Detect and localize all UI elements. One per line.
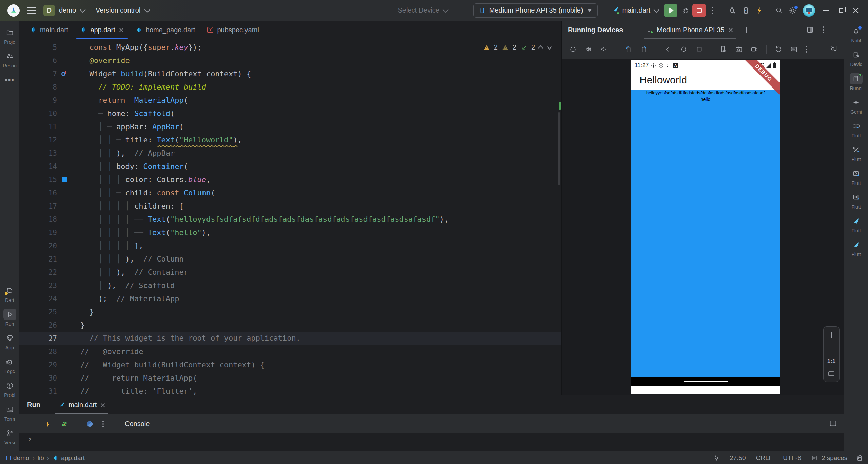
code-line-31[interactable]: 31// title: 'Flutter', — [19, 385, 561, 395]
console-label[interactable]: Console — [125, 420, 150, 428]
code-line-25[interactable]: 25 } — [19, 305, 561, 318]
sidebar-item-resource-manager[interactable]: Resou — [0, 51, 19, 69]
code-line-28[interactable]: 28// @override — [19, 345, 561, 358]
run-options-icon[interactable] — [102, 423, 104, 425]
next-issue-icon[interactable] — [547, 44, 552, 49]
rotate-left-icon[interactable] — [625, 45, 632, 53]
code-line-6[interactable]: 6 @override — [19, 54, 561, 67]
home-icon[interactable] — [680, 45, 687, 53]
code-line-7[interactable]: 7↑ Widget build(BuildContext context) { — [19, 67, 561, 80]
code-line-26[interactable]: 26} — [19, 318, 561, 332]
sidebar-item-problems[interactable]: Probl — [0, 380, 19, 398]
code-line-5[interactable]: 5 const MyApp({super.key}); — [19, 41, 561, 54]
close-tab-icon[interactable] — [100, 403, 105, 407]
search-everywhere-button[interactable] — [772, 4, 786, 17]
emulator-more-icon[interactable] — [806, 49, 807, 50]
dart-logo-icon[interactable] — [86, 420, 94, 428]
color-swatch-gutter-icon[interactable] — [57, 177, 72, 182]
sidebar-item-project[interactable]: Proje — [0, 27, 19, 45]
code-line-18[interactable]: 18 │ │ │ │ ── Text("helloyydsfsdfafsdfdf… — [19, 213, 561, 226]
code-line-15[interactable]: 15 │ │ │ color: Colors.blue, — [19, 173, 561, 186]
code-line-21[interactable]: 21 │ │ │ ), // Column — [19, 252, 561, 266]
hot-restart-button[interactable] — [739, 4, 753, 17]
sidebar-item-running-devices[interactable]: Runni — [844, 73, 868, 91]
code-line-27[interactable]: 27 // This widget is the root of your ap… — [19, 332, 561, 345]
zoom-out-button[interactable] — [828, 345, 834, 351]
volume-down-icon[interactable] — [600, 45, 608, 53]
tab-app-dart[interactable]: app.dart — [74, 21, 130, 39]
layout-settings-icon[interactable] — [829, 420, 837, 427]
run-configuration-selector[interactable]: main.dart — [613, 6, 658, 14]
device-settings-icon[interactable] — [719, 45, 727, 53]
sidebar-item-logcat[interactable]: Logc — [0, 356, 19, 374]
stop-button[interactable] — [692, 4, 706, 17]
sidebar-item-notifications[interactable]: Notif — [844, 25, 868, 43]
keyboard-input-icon[interactable] — [790, 45, 798, 53]
file-encoding[interactable]: UTF-8 — [783, 454, 801, 462]
sidebar-item-flutter-tools[interactable]: Flutt — [844, 144, 868, 162]
sidebar-item-gemini[interactable]: Gemi — [844, 97, 868, 115]
sidebar-item-flutter-outline[interactable]: Flutt — [844, 168, 868, 186]
code-line-10[interactable]: 10 ─ home: Scaffold( — [19, 107, 561, 120]
code-line-11[interactable]: 11 │ ─ appBar: AppBar( — [19, 120, 561, 133]
override-gutter-icon[interactable]: ↑ — [57, 72, 72, 76]
tab-main-dart[interactable]: main.dart — [24, 21, 74, 39]
close-button[interactable] — [848, 3, 863, 18]
breadcrumb-project[interactable]: demo — [13, 454, 29, 462]
sidebar-item-more[interactable]: ••• — [0, 74, 19, 86]
code-line-8[interactable]: 8 // TODO: implement build — [19, 80, 561, 94]
close-tab-icon[interactable] — [728, 27, 733, 32]
code-line-30[interactable]: 30// return MaterialApp( — [19, 371, 561, 385]
code-line-23[interactable]: 23 │ ), // Scaffold — [19, 279, 561, 292]
hot-reload-button[interactable] — [753, 4, 766, 17]
tab-pubspec-yaml[interactable]: Y pubspec.yaml — [201, 21, 265, 39]
main-menu-icon[interactable] — [27, 7, 36, 14]
indent-setting[interactable]: 2 spaces — [822, 454, 847, 462]
overview-icon[interactable] — [695, 45, 703, 53]
code-line-29[interactable]: 29// Widget build(BuildContext context) … — [19, 358, 561, 371]
inspections-widget[interactable]: 2 2 2 — [481, 43, 553, 52]
code-line-12[interactable]: 12 │ │ ─ title: Text("Helloworld"), — [19, 133, 561, 147]
tab-home-page-dart[interactable]: home_page.dart — [130, 21, 201, 39]
rotate-right-icon[interactable] — [640, 45, 648, 53]
device-tab[interactable]: Medium Phone API 35 — [644, 21, 736, 39]
prev-issue-icon[interactable] — [538, 45, 543, 50]
code-line-22[interactable]: 22 │ │ ), // Container — [19, 266, 561, 279]
code-line-16[interactable]: 16 │ │ ─ child: const Column( — [19, 186, 561, 199]
project-selector[interactable]: D demo — [43, 5, 84, 16]
sidebar-item-dart-analysis[interactable]: Dart — [0, 285, 19, 303]
zoom-level[interactable]: 1:1 — [827, 358, 836, 365]
debug-button[interactable] — [679, 4, 692, 17]
unlocked-icon[interactable] — [857, 457, 862, 461]
code-line-24[interactable]: 24 ); // MaterialApp — [19, 292, 561, 305]
code-line-20[interactable]: 20 │ │ │ │ ], — [19, 239, 561, 252]
run-tab-main-dart[interactable]: main.dart — [55, 395, 108, 414]
volume-up-icon[interactable] — [585, 45, 592, 53]
console-output[interactable]: › — [19, 433, 844, 451]
breadcrumb-file[interactable]: app.dart — [61, 454, 85, 462]
minimize-button[interactable] — [818, 3, 833, 18]
code-editor[interactable]: 5 const MyApp({super.key});6 @override7↑… — [19, 39, 561, 395]
device-selector[interactable]: Medium Phone API 35 (mobile) — [473, 3, 598, 18]
hide-panel-icon[interactable] — [833, 30, 838, 30]
close-tab-icon[interactable] — [119, 27, 124, 32]
cursor-position[interactable]: 27:50 — [730, 454, 746, 462]
sidebar-item-device-manager[interactable]: Devic — [844, 49, 868, 67]
line-ending[interactable]: CRLF — [756, 454, 773, 462]
reset-icon[interactable] — [775, 45, 782, 53]
sidebar-item-run[interactable]: Run — [0, 309, 19, 327]
flutter-attach-button[interactable] — [726, 4, 739, 17]
fit-to-window-button[interactable] — [828, 371, 834, 376]
sidebar-item-terminal[interactable]: Term — [0, 404, 19, 422]
run-button[interactable] — [664, 4, 677, 17]
hot-restart-icon[interactable] — [61, 420, 68, 428]
code-line-9[interactable]: 9 return MaterialApp( — [19, 94, 561, 107]
code-line-14[interactable]: 14 │ │ body: Container( — [19, 160, 561, 173]
sidebar-item-app-quality-insights[interactable]: App — [0, 332, 19, 350]
select-device-dropdown[interactable]: Select Device — [398, 6, 447, 14]
power-save-plug-icon[interactable] — [713, 455, 719, 461]
version-control-menu[interactable]: Version control — [96, 6, 149, 14]
sidebar-item-flutter-inspector[interactable]: Flutt — [844, 192, 868, 210]
screen-record-icon[interactable] — [751, 45, 758, 53]
zoom-window-icon[interactable] — [830, 45, 837, 52]
